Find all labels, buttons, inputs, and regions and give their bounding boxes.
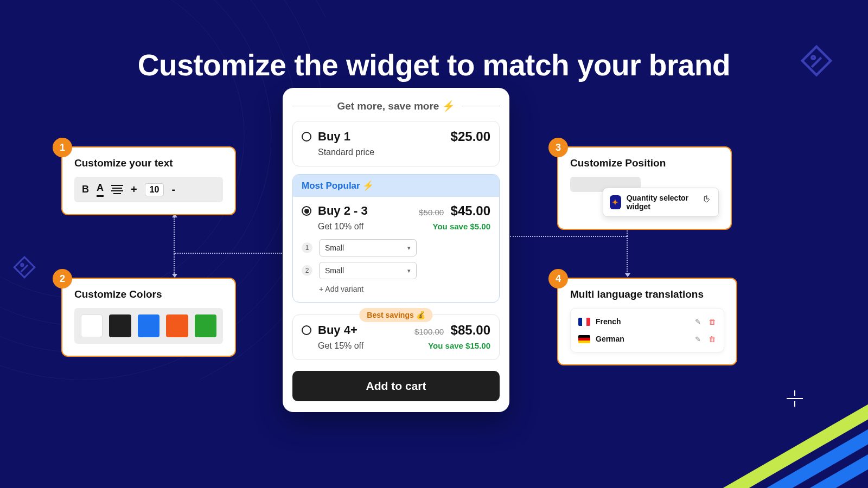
language-row: German ✎ 🗑: [578, 330, 716, 348]
tier-price: $45.00: [451, 203, 490, 218]
delete-icon[interactable]: 🗑: [707, 335, 716, 343]
language-row: French ✎ 🗑: [578, 313, 716, 330]
card-translations: 4 Multi language translations French ✎ 🗑…: [557, 278, 737, 365]
increase-size-button[interactable]: +: [131, 183, 137, 196]
variant-row: 1 Small ▾: [302, 239, 490, 256]
tier-save: You save $5.00: [433, 222, 490, 232]
widget-block-chip[interactable]: ✦ Quantity selector widget: [603, 188, 719, 217]
card-customize-position: 3 Customize Position ✦ Quantity selector…: [557, 146, 732, 230]
add-variant-button[interactable]: + Add variant: [302, 285, 490, 293]
color-swatch[interactable]: [195, 314, 216, 337]
edit-icon[interactable]: ✎: [693, 335, 702, 343]
most-popular-banner: Most Popular ⚡: [293, 175, 499, 197]
radio-checked-icon[interactable]: [302, 206, 311, 216]
tier-save: You save $15.00: [428, 341, 490, 351]
color-swatch[interactable]: [109, 314, 131, 337]
edit-icon[interactable]: ✎: [693, 317, 702, 326]
chevron-down-icon: ▾: [407, 267, 411, 274]
widget-header-text: Get more, save more ⚡: [337, 100, 455, 112]
pointer-cursor-icon: [703, 194, 713, 207]
hero-title: Customize the widget to match your brand: [0, 0, 868, 82]
text-toolbar: B A + 10 -: [74, 177, 223, 202]
card-title: Customize your text: [74, 157, 223, 169]
app-icon: ✦: [610, 195, 621, 209]
tier-sub: Get 15% off: [318, 341, 363, 351]
bold-button[interactable]: B: [82, 184, 89, 195]
variant-select[interactable]: Small ▾: [319, 239, 417, 256]
card-badge: 2: [53, 269, 72, 288]
text-color-button[interactable]: A: [97, 182, 104, 197]
tier-strike: $50.00: [419, 208, 444, 217]
variant-value: Small: [325, 266, 344, 275]
flag-de-icon: [578, 335, 590, 343]
color-swatch[interactable]: [138, 314, 159, 337]
tier-title: Buy 2 - 3: [318, 204, 368, 218]
best-savings-badge: Best savings 💰: [359, 308, 432, 322]
align-button[interactable]: [111, 185, 123, 194]
chip-label: Quantity selector widget: [627, 194, 697, 211]
tier-sub: Get 10% off: [318, 222, 363, 232]
radio-unchecked-icon[interactable]: [302, 325, 311, 335]
card-badge: 1: [53, 138, 72, 157]
tier-price: $25.00: [451, 129, 490, 144]
tier-option-selected[interactable]: Most Popular ⚡ Buy 2 - 3 $50.00 $45.00 G…: [292, 174, 500, 303]
tier-title: Buy 4+: [318, 323, 358, 337]
card-customize-colors: 2 Customize Colors: [61, 278, 236, 357]
variant-list: 1 Small ▾ 2 Small ▾ + Add variant: [302, 239, 490, 293]
card-title: Customize Position: [570, 157, 719, 169]
variant-index: 2: [302, 265, 312, 276]
delete-icon[interactable]: 🗑: [707, 317, 716, 326]
card-title: Multi language translations: [570, 288, 724, 300]
card-badge: 3: [548, 138, 568, 157]
color-swatches: [74, 308, 223, 344]
font-size-input[interactable]: 10: [145, 183, 164, 196]
tier-sub: Standard price: [318, 147, 374, 157]
flag-fr-icon: [578, 318, 590, 326]
crosshair-icon: [787, 390, 803, 407]
discount-widget: Get more, save more ⚡ Buy 1 $25.00 Stand…: [283, 88, 509, 412]
widget-header: Get more, save more ⚡: [292, 100, 500, 112]
variant-index: 1: [302, 242, 312, 253]
tier-option[interactable]: Best savings 💰 Buy 4+ $100.00 $85.00 Get…: [292, 314, 500, 360]
language-list: French ✎ 🗑 German ✎ 🗑: [570, 308, 724, 352]
color-swatch[interactable]: [166, 314, 188, 337]
discount-tag-icon: [11, 255, 38, 282]
chevron-down-icon: ▾: [407, 245, 411, 252]
card-badge: 4: [548, 269, 568, 288]
tier-price: $85.00: [451, 323, 490, 337]
tier-strike: $100.00: [414, 327, 444, 336]
card-title: Customize Colors: [74, 288, 223, 300]
language-name: French: [596, 317, 621, 326]
add-to-cart-button[interactable]: Add to cart: [292, 371, 500, 401]
variant-select[interactable]: Small ▾: [319, 262, 417, 279]
variant-row: 2 Small ▾: [302, 262, 490, 279]
decrease-size-button[interactable]: -: [171, 183, 175, 196]
radio-unchecked-icon[interactable]: [302, 132, 311, 142]
language-name: German: [596, 335, 624, 343]
color-swatch[interactable]: [81, 314, 103, 337]
tier-option[interactable]: Buy 1 $25.00 Standard price: [292, 121, 500, 166]
card-customize-text: 1 Customize your text B A + 10 -: [61, 146, 236, 215]
variant-value: Small: [325, 243, 344, 252]
tier-title: Buy 1: [318, 130, 350, 144]
